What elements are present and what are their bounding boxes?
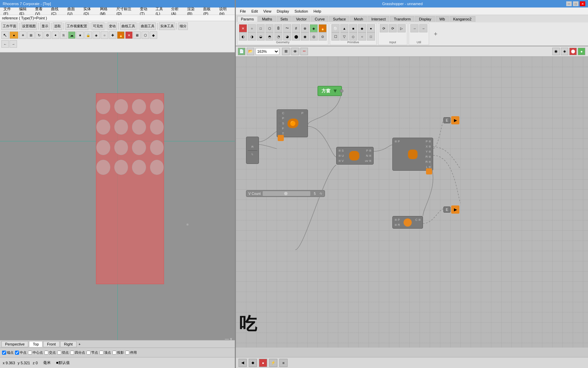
checkbox-midpoint[interactable]: 中点 bbox=[15, 350, 27, 355]
gh-btn-flash[interactable]: ⚡ bbox=[269, 359, 277, 367]
gh-menu-edit[interactable]: Edit bbox=[249, 9, 261, 14]
node-prc[interactable]: P R C bbox=[392, 216, 423, 229]
gh-btn-list[interactable]: ≡ bbox=[279, 359, 288, 367]
vp-tab-add-button[interactable]: + bbox=[77, 341, 82, 347]
tb-icon-move[interactable]: ✦ bbox=[52, 31, 59, 39]
gh-btn-back[interactable]: ◀ bbox=[239, 359, 247, 367]
gh-close-button[interactable]: ✕ bbox=[580, 1, 585, 6]
ribbon-prim-2[interactable]: ▲ bbox=[340, 24, 348, 32]
tb-icon-plus[interactable]: ✚ bbox=[109, 31, 116, 39]
slider-vcount-thumb[interactable] bbox=[284, 192, 288, 195]
tb-icon-monitor[interactable]: 🖥 bbox=[133, 31, 141, 39]
gh-tool-right-3[interactable]: ⬤ bbox=[569, 48, 577, 55]
node-fangchuang[interactable]: 方窗 ▼ bbox=[317, 86, 342, 96]
gh-menu-help[interactable]: Help bbox=[311, 9, 324, 14]
gh-tab-maths[interactable]: Maths bbox=[258, 16, 276, 22]
tb-icon-cube[interactable]: ⬡ bbox=[142, 31, 149, 39]
slider-vcount-track[interactable] bbox=[263, 191, 310, 196]
gh-tool-eye[interactable]: 👁 bbox=[291, 48, 299, 55]
tb-curve-tools[interactable]: 曲线工具 bbox=[120, 22, 136, 30]
tb-visibility[interactable]: 可见性 bbox=[92, 22, 104, 30]
checkbox-node[interactable]: 节点 bbox=[86, 350, 98, 355]
ribbon-icon-b6[interactable]: ◕ bbox=[283, 32, 291, 41]
checkbox-intersection[interactable]: 交点 bbox=[44, 350, 56, 355]
rhino-viewport[interactable]: — x | y bbox=[0, 52, 235, 348]
ribbon-icon-circle1[interactable]: ○ bbox=[248, 24, 256, 32]
tb3-icon1[interactable]: ← bbox=[1, 40, 9, 48]
ribbon-icon-8[interactable]: 8 bbox=[274, 24, 282, 32]
gh-minimize-button[interactable]: ─ bbox=[566, 1, 572, 6]
ribbon-util-2[interactable]: → bbox=[419, 24, 427, 32]
gh-tool-zoom-fit[interactable]: ⊞ bbox=[282, 48, 290, 55]
ribbon-input-2[interactable]: ⟳ bbox=[389, 24, 397, 32]
ribbon-prim-5[interactable]: ● bbox=[367, 24, 375, 32]
gh-tool-pencil[interactable]: ✏ bbox=[300, 48, 308, 55]
ribbon-prim-7[interactable]: ▽ bbox=[340, 32, 348, 41]
ribbon-prim-3[interactable]: ■ bbox=[349, 24, 357, 32]
ribbon-prim-1[interactable]: ⚪ bbox=[331, 24, 340, 32]
tb-icon-sun[interactable]: ☀ bbox=[19, 31, 27, 39]
gh-tab-surface[interactable]: Surface bbox=[329, 16, 349, 22]
slider-vcount[interactable]: V Count 5 bbox=[246, 190, 325, 197]
checkbox-centerpoint[interactable]: 中心点 bbox=[28, 350, 43, 355]
gh-tool-open[interactable]: 📂 bbox=[247, 48, 254, 55]
gh-tool-right-4[interactable]: ● bbox=[578, 48, 585, 55]
tb-icon-shapes[interactable]: ◈ bbox=[93, 31, 100, 39]
node-surface[interactable]: C P S F T 🟠 P bbox=[277, 109, 308, 137]
tb-select[interactable]: 选取 bbox=[53, 22, 62, 30]
checkbox-tangent[interactable]: 切点 bbox=[57, 350, 69, 355]
ribbon-icon-b7[interactable]: ⬤ bbox=[292, 32, 300, 41]
gh-menu-display[interactable]: Display bbox=[274, 9, 292, 14]
checkbox-projection[interactable]: 投影 bbox=[112, 350, 124, 355]
gh-tab-transform[interactable]: Transform bbox=[390, 16, 414, 22]
tb3-icon2[interactable]: → bbox=[10, 40, 17, 48]
checkbox-endpoint[interactable]: 端点 bbox=[2, 350, 14, 355]
ribbon-icon-active1[interactable]: ◈ bbox=[310, 24, 318, 32]
ribbon-icon-b3[interactable]: ◒ bbox=[257, 32, 265, 41]
tb-icon-circle[interactable]: ● bbox=[10, 31, 18, 39]
node-pxyz[interactable]: P P X Y R R L bbox=[392, 138, 433, 171]
tb-display[interactable]: 显示 bbox=[40, 22, 50, 30]
tb-icon-cross[interactable]: ✕ bbox=[125, 31, 133, 39]
gh-tab-display[interactable]: Display bbox=[415, 16, 435, 22]
tb-icon-flame[interactable]: 🔥 bbox=[117, 31, 125, 39]
ribbon-icon-x[interactable]: ✕ bbox=[239, 24, 247, 32]
ribbon-icon-hex[interactable]: ⬡ bbox=[265, 24, 274, 32]
tb-icon-lock[interactable]: 🔒 bbox=[84, 31, 92, 39]
tb-setview[interactable]: 设置视图 bbox=[21, 22, 37, 30]
node-puv[interactable]: S U V P N uv bbox=[336, 147, 374, 165]
gh-tab-mesh[interactable]: Mesh bbox=[350, 16, 367, 22]
tb-subdivision[interactable]: 细分 bbox=[178, 22, 188, 30]
gh-btn-red[interactable]: ● bbox=[259, 359, 267, 367]
panel-divider[interactable] bbox=[235, 0, 236, 368]
gh-maximize-button[interactable]: □ bbox=[573, 1, 578, 6]
vp-tab-right[interactable]: Right bbox=[60, 341, 77, 347]
ribbon-icon-mesh[interactable]: # bbox=[292, 24, 300, 32]
tb-icon-settings[interactable]: ⚙ bbox=[44, 31, 51, 39]
node-e2[interactable]: E ▶ bbox=[443, 205, 459, 214]
tb-viewport-config[interactable]: 工作视窗配置 bbox=[65, 22, 88, 30]
relay-node-left[interactable]: R L bbox=[246, 137, 259, 164]
ribbon-prim-10[interactable]: □ bbox=[367, 32, 375, 41]
tb-icon-sphere[interactable]: ○ bbox=[101, 31, 108, 39]
tb-workplane[interactable]: 工作平面 bbox=[1, 22, 18, 30]
checkbox-quadrant[interactable]: 四分点 bbox=[70, 350, 85, 355]
gh-tab-intersect[interactable]: Intersect bbox=[368, 16, 389, 22]
ribbon-icon-b5[interactable]: ◔ bbox=[274, 32, 282, 41]
tb-icon-cloud1[interactable]: ☁ bbox=[68, 31, 76, 39]
ribbon-prim-6[interactable]: ☐ bbox=[331, 32, 340, 41]
ribbon-input-3[interactable]: ▷ bbox=[397, 24, 406, 32]
ribbon-prim-9[interactable]: ○ bbox=[358, 32, 366, 41]
vp-tab-front[interactable]: Front bbox=[43, 341, 60, 347]
checkbox-vertex[interactable]: 顶点 bbox=[99, 350, 111, 355]
gh-menu-solution[interactable]: Solution bbox=[292, 9, 311, 14]
tb-transform[interactable]: 变动 bbox=[108, 22, 117, 30]
tb-icon-star[interactable]: ★ bbox=[76, 31, 84, 39]
ribbon-icon-flame2[interactable]: 🔥 bbox=[318, 24, 327, 32]
gh-tool-right-2[interactable]: ◈ bbox=[561, 48, 568, 55]
tb-solid-tools[interactable]: 实体工具 bbox=[159, 22, 175, 30]
ribbon-icon-b1[interactable]: ◐ bbox=[239, 32, 247, 41]
ribbon-icon-square[interactable]: □ bbox=[257, 24, 265, 32]
gh-tab-wb[interactable]: Wb bbox=[436, 16, 449, 22]
gh-tab-params[interactable]: Params bbox=[237, 16, 258, 22]
